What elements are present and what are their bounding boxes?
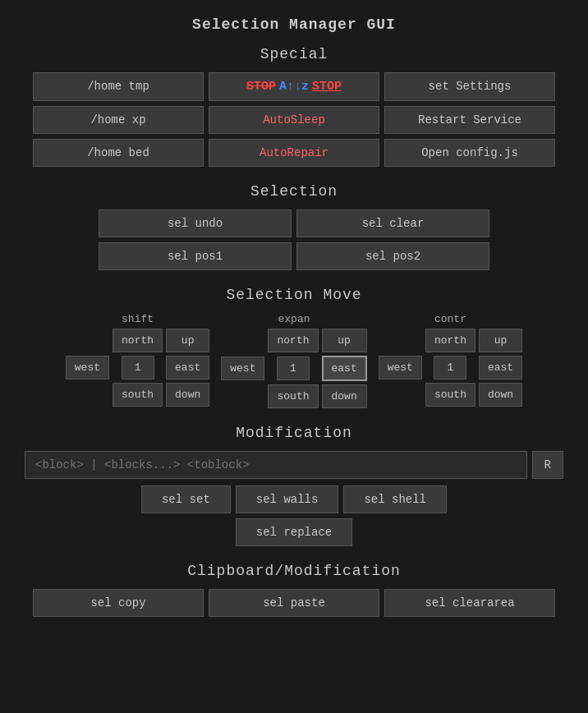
- contr-label: contr: [434, 313, 466, 325]
- shift-group: shift north up west east south down: [66, 313, 209, 407]
- expan-down-button[interactable]: down: [322, 384, 367, 408]
- sel-shell-button[interactable]: sel shell: [343, 485, 447, 513]
- shift-down-button[interactable]: down: [166, 383, 209, 407]
- shift-west-button[interactable]: west: [66, 356, 109, 380]
- contr-north-button[interactable]: north: [425, 329, 475, 352]
- contr-grid: north up west east south down: [379, 329, 522, 407]
- shift-grid: north up west east south down: [66, 329, 209, 407]
- clipboard-grid: sel copy sel paste sel cleararea: [16, 589, 572, 617]
- sel-set-button[interactable]: sel set: [141, 485, 231, 513]
- selection-move-title: Selection Move: [16, 287, 572, 303]
- modification-input-row: R: [16, 451, 572, 479]
- sel-paste-button[interactable]: sel paste: [209, 589, 379, 617]
- home-xp-button[interactable]: /home xp: [33, 106, 204, 134]
- home-bed-button[interactable]: /home bed: [33, 139, 204, 167]
- shift-label: shift: [122, 313, 154, 325]
- stop-label-3: STOP: [312, 80, 342, 94]
- expan-east-button[interactable]: east: [322, 356, 367, 381]
- sel-undo-button[interactable]: sel undo: [99, 209, 292, 237]
- expan-north-button[interactable]: north: [268, 329, 318, 352]
- stop-label-2: A↑↓z: [279, 80, 309, 94]
- shift-up-button[interactable]: up: [166, 329, 209, 352]
- expan-south-button[interactable]: south: [268, 384, 318, 408]
- shift-south-button[interactable]: south: [113, 383, 163, 407]
- stop-combo-button[interactable]: STOP A↑↓z STOP: [209, 72, 379, 101]
- set-settings-button[interactable]: set Settings: [384, 72, 555, 101]
- home-tmp-button[interactable]: /home tmp: [33, 72, 204, 101]
- block-input[interactable]: [25, 451, 527, 479]
- sel-cleararea-button[interactable]: sel cleararea: [384, 589, 555, 617]
- r-button[interactable]: R: [532, 451, 563, 479]
- contr-west-button[interactable]: west: [379, 356, 422, 380]
- autosleep-button[interactable]: AutoSleep: [209, 106, 379, 134]
- expan-value-input[interactable]: [277, 356, 310, 380]
- contr-value-input[interactable]: [434, 356, 466, 380]
- contr-south-button[interactable]: south: [425, 383, 475, 407]
- mod-buttons-row1: sel set sel walls sel shell: [16, 485, 572, 513]
- expan-group: expan north up west east south down: [221, 313, 366, 408]
- contr-east-button[interactable]: east: [479, 356, 522, 380]
- sel-pos2-button[interactable]: sel pos2: [296, 242, 489, 270]
- stop-label-1: STOP: [246, 80, 276, 94]
- shift-east-button[interactable]: east: [166, 356, 209, 380]
- special-section-title: Special: [16, 46, 572, 62]
- sel-clear-button[interactable]: sel clear: [296, 209, 489, 237]
- clipboard-section-title: Clipboard/Modification: [16, 563, 572, 579]
- expan-label: expan: [278, 313, 310, 325]
- expan-grid: north up west east south down: [221, 329, 366, 408]
- contr-down-button[interactable]: down: [479, 383, 522, 407]
- open-config-button[interactable]: Open config.js: [384, 139, 555, 167]
- page-title: Selection Manager GUI: [16, 16, 572, 33]
- modification-section-title: Modification: [16, 425, 572, 441]
- sel-pos1-button[interactable]: sel pos1: [99, 242, 292, 270]
- sel-walls-button[interactable]: sel walls: [236, 485, 339, 513]
- shift-value-input[interactable]: [122, 356, 154, 380]
- contr-up-button[interactable]: up: [479, 329, 522, 352]
- expan-up-button[interactable]: up: [322, 329, 367, 352]
- selection-buttons-grid: sel undo sel clear sel pos1 sel pos2: [16, 209, 572, 270]
- restart-service-button[interactable]: Restart Service: [384, 106, 555, 134]
- contr-group: contr north up west east south down: [379, 313, 522, 407]
- sel-copy-button[interactable]: sel copy: [33, 589, 204, 617]
- shift-north-button[interactable]: north: [113, 329, 163, 352]
- autorepair-button[interactable]: AutoRepair: [209, 139, 379, 167]
- expan-west-button[interactable]: west: [221, 356, 264, 380]
- mod-buttons-row2: sel replace: [16, 518, 572, 546]
- sel-replace-button[interactable]: sel replace: [236, 518, 352, 546]
- selection-section-title: Selection: [16, 183, 572, 200]
- selection-move-container: shift north up west east south down expa…: [16, 313, 572, 408]
